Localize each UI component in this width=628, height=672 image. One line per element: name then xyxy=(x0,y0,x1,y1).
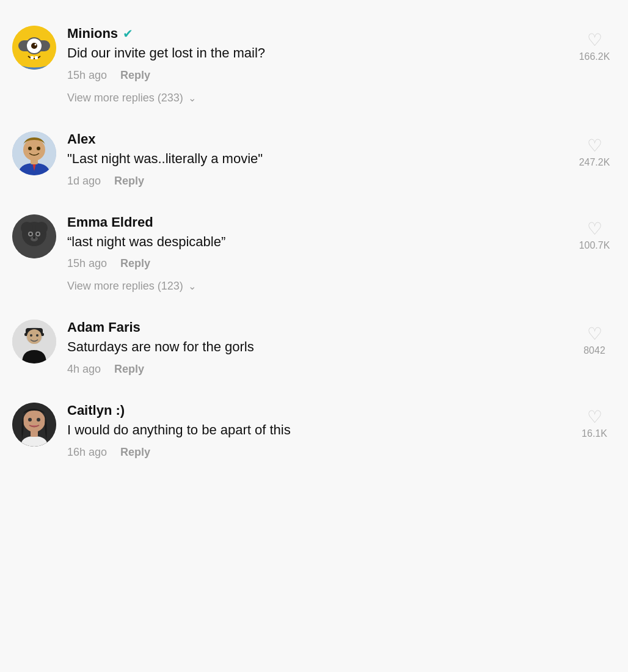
like-section: ♡ 247.2K xyxy=(573,131,616,168)
svg-point-12 xyxy=(28,147,32,150)
comment-meta: 15h ago Reply xyxy=(67,69,561,82)
avatar xyxy=(12,403,56,447)
avatar xyxy=(12,26,56,70)
reply-button[interactable]: Reply xyxy=(120,69,150,82)
comment-time: 4h ago xyxy=(67,363,101,376)
username: Emma Eldred xyxy=(67,214,153,230)
like-count: 8042 xyxy=(583,345,605,356)
comment-header: Alex xyxy=(67,131,561,147)
view-replies-button[interactable]: View more replies (123) ⌄ xyxy=(67,280,561,293)
like-count: 16.1K xyxy=(582,428,607,439)
comment-header: Caitlyn :) xyxy=(67,403,561,418)
comment-text: Did our invite get lost in the mail? xyxy=(67,44,561,63)
like-count: 247.2K xyxy=(579,157,610,168)
username: Caitlyn :) xyxy=(67,403,125,418)
svg-point-5 xyxy=(31,43,37,49)
heart-icon[interactable]: ♡ xyxy=(587,221,602,238)
avatar xyxy=(12,320,56,363)
reply-button[interactable]: Reply xyxy=(114,175,144,188)
like-section: ♡ 100.7K xyxy=(573,214,616,251)
comment-text: Saturdays are now for the gorls xyxy=(67,338,561,357)
username: Alex xyxy=(67,131,95,147)
comment-text: “last night was despicable” xyxy=(67,233,561,252)
comment-text: I would do anything to be apart of this xyxy=(67,421,561,440)
svg-point-31 xyxy=(36,334,38,337)
like-count: 166.2K xyxy=(579,51,610,62)
comment-header: Minions ✔ xyxy=(67,26,561,42)
comment-content: Alex "Last night was..literally a movie"… xyxy=(67,131,561,188)
svg-point-35 xyxy=(28,418,32,422)
comment-meta: 16h ago Reply xyxy=(67,446,561,459)
comment-time: 16h ago xyxy=(67,446,107,459)
avatar xyxy=(12,131,56,175)
username: Adam Faris xyxy=(67,320,141,335)
comment-time: 15h ago xyxy=(67,257,107,270)
heart-icon[interactable]: ♡ xyxy=(587,32,602,49)
comment-content: Minions ✔ Did our invite get lost in the… xyxy=(67,26,561,104)
comment-content: Emma Eldred “last night was despicable” … xyxy=(67,214,561,293)
view-replies-label: View more replies (233) xyxy=(67,92,183,104)
comment-meta: 15h ago Reply xyxy=(67,257,561,270)
reply-button[interactable]: Reply xyxy=(120,446,150,459)
comment-meta: 4h ago Reply xyxy=(67,363,561,376)
like-section: ♡ 166.2K xyxy=(573,26,616,62)
avatar xyxy=(12,214,56,258)
username: Minions xyxy=(67,26,118,42)
comment-text: "Last night was..literally a movie" xyxy=(67,150,561,169)
svg-point-29 xyxy=(27,329,42,344)
heart-icon[interactable]: ♡ xyxy=(587,137,602,155)
svg-point-36 xyxy=(37,418,40,422)
comment-content: Adam Faris Saturdays are now for the gor… xyxy=(67,320,561,376)
chevron-down-icon: ⌄ xyxy=(188,92,196,104)
comment-block: Adam Faris Saturdays are now for the gor… xyxy=(12,306,616,389)
svg-point-6 xyxy=(35,44,37,46)
like-section: ♡ 8042 xyxy=(573,320,616,356)
comment-block: Caitlyn :) I would do anything to be apa… xyxy=(12,389,616,472)
comment-time: 1d ago xyxy=(67,175,101,188)
svg-point-21 xyxy=(37,233,39,235)
reply-button[interactable]: Reply xyxy=(120,257,150,270)
like-section: ♡ 16.1K xyxy=(573,403,616,439)
comment-block: Minions ✔ Did our invite get lost in the… xyxy=(12,12,616,118)
chevron-down-icon: ⌄ xyxy=(188,280,196,292)
comment-block: Alex "Last night was..literally a movie"… xyxy=(12,118,616,201)
comment-content: Caitlyn :) I would do anything to be apa… xyxy=(67,403,561,459)
comments-container: Minions ✔ Did our invite get lost in the… xyxy=(0,12,628,472)
svg-point-20 xyxy=(29,233,32,235)
svg-point-23 xyxy=(33,236,35,239)
comment-block: Emma Eldred “last night was despicable” … xyxy=(12,201,616,307)
comment-header: Adam Faris xyxy=(67,320,561,335)
svg-point-13 xyxy=(37,147,40,150)
svg-point-34 xyxy=(23,410,45,432)
comment-header: Emma Eldred xyxy=(67,214,561,230)
svg-rect-7 xyxy=(31,56,34,59)
comment-meta: 1d ago Reply xyxy=(67,175,561,188)
svg-point-30 xyxy=(30,334,32,337)
svg-point-11 xyxy=(23,139,45,161)
verified-icon: ✔ xyxy=(123,26,133,41)
like-count: 100.7K xyxy=(579,240,610,251)
view-replies-label: View more replies (123) xyxy=(67,280,183,293)
comment-time: 15h ago xyxy=(67,69,107,82)
heart-icon[interactable]: ♡ xyxy=(587,326,602,343)
reply-button[interactable]: Reply xyxy=(114,363,144,376)
view-replies-button[interactable]: View more replies (233) ⌄ xyxy=(67,92,561,104)
heart-icon[interactable]: ♡ xyxy=(587,409,602,426)
svg-rect-8 xyxy=(35,56,38,59)
